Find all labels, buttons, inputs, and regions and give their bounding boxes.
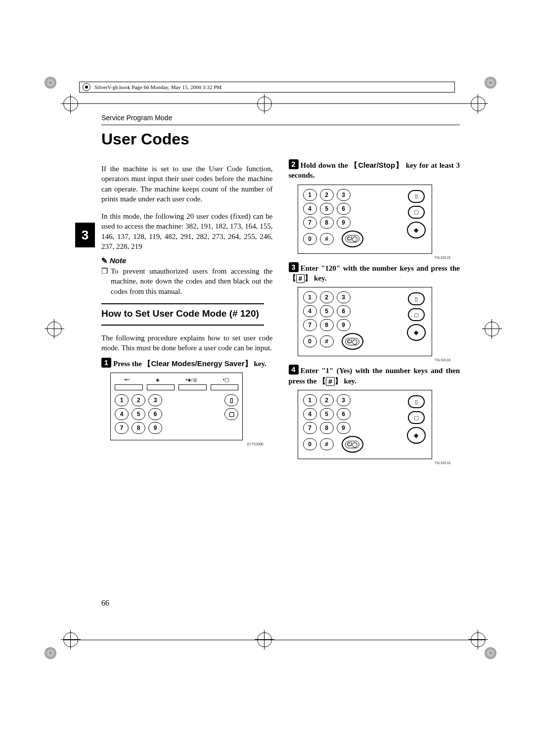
panel-button	[178, 384, 207, 390]
step-4: 4Enter "1" (Yes) with the number keys an…	[289, 365, 460, 386]
step-3: 3Enter "120" with the number keys and pr…	[289, 262, 460, 284]
keypad-2: 2	[320, 394, 334, 406]
note-text: To prevent unauthorized users from acces…	[111, 266, 273, 296]
side-button-icon: ▯	[408, 190, 425, 203]
chapter-tab: 3	[75, 223, 95, 247]
keypad-6: 6	[337, 408, 351, 420]
registration-mark-icon	[63, 96, 78, 111]
key-name: Clear Modes/Energy Saver	[151, 359, 244, 368]
keypad-4: 4	[303, 408, 317, 420]
keypad-hash: #	[320, 335, 334, 347]
keypad-6: 6	[337, 305, 351, 317]
note-heading: ✎Note	[101, 256, 273, 265]
keypad-5: 5	[320, 408, 334, 420]
keypad-hash: #	[320, 233, 334, 245]
keypad-3: 3	[337, 291, 351, 303]
intro-paragraph-2: In this mode, the following 20 user code…	[101, 211, 273, 251]
chapter-number: 3	[82, 228, 89, 243]
note-label: Note	[110, 256, 126, 265]
figure-label: TSLS011E	[289, 358, 451, 362]
step-number-icon: 3	[289, 262, 299, 272]
thick-rule	[101, 325, 264, 326]
registration-mark-icon	[257, 96, 272, 111]
keypad-4: 4	[115, 408, 129, 420]
figure-label: ZCTS200E	[101, 442, 264, 446]
step-text: key.	[342, 377, 356, 385]
step-number-icon: 1	[101, 358, 111, 368]
subsection-intro: The following procedure explains how to …	[101, 333, 273, 353]
pencil-icon: ✎	[101, 256, 108, 265]
hash-key-icon: #	[296, 274, 305, 283]
left-column: If the machine is set to use the User Co…	[101, 156, 273, 468]
keypad-figure: 1 2 3 4 5 6 7 8 9 0 # C/◯	[298, 390, 432, 459]
panel-button	[211, 384, 239, 390]
step-text: Press the	[113, 360, 143, 368]
registration-mark-icon	[485, 322, 499, 336]
note-item: ❒ To prevent unauthorized users from acc…	[101, 266, 273, 296]
indicator-icon: •▢	[223, 377, 229, 382]
keypad-1: 1	[115, 394, 129, 406]
keypad-5: 5	[320, 305, 334, 317]
keypad-7: 7	[303, 319, 317, 331]
indicator-icon: •⊢	[124, 377, 131, 382]
separator	[101, 125, 460, 125]
step-text: Enter "1" (Yes) with the number keys and…	[289, 367, 460, 384]
keypad-3: 3	[337, 189, 351, 201]
keypad-8: 8	[320, 319, 334, 331]
control-panel-figure: •⊢ ◈ •◈/◎ •▢ 1 2 3 ▯	[110, 373, 243, 440]
clear-stop-key: C/◯	[342, 436, 363, 453]
panel-button	[115, 384, 143, 390]
keypad-0: 0	[303, 233, 317, 245]
bullet-icon: ❒	[101, 266, 108, 296]
start-button-icon: ◈	[407, 222, 426, 238]
step-number-icon: 4	[289, 365, 299, 375]
clear-stop-key: C/◯	[342, 333, 363, 350]
side-button-icon: ▢	[408, 411, 425, 424]
crop-mark-icon	[44, 77, 64, 96]
keypad-hash: #	[320, 438, 334, 450]
step-2: 2Hold down the 【Clear/Stop】 key for at l…	[289, 159, 460, 181]
keypad-6: 6	[337, 203, 351, 215]
side-button-icon: ▢	[408, 308, 425, 321]
keypad-8: 8	[320, 422, 334, 434]
start-button-icon: ◈	[407, 427, 426, 444]
keypad-2: 2	[132, 394, 145, 406]
keypad-6: 6	[148, 408, 162, 420]
crop-mark-icon	[44, 647, 64, 667]
keypad-side: ▢	[224, 408, 238, 420]
side-button-icon: ▯	[408, 395, 425, 408]
key-name: Clear/Stop	[358, 161, 395, 169]
step-text: Enter "120" with the number keys and pre…	[301, 264, 460, 272]
keypad-figure: 1 2 3 4 5 6 7 8 9 0 # C/◯	[298, 287, 432, 356]
keypad-9: 9	[337, 319, 351, 331]
page-content: Service Program Mode User Codes If the m…	[101, 114, 460, 617]
page-number: 66	[101, 599, 109, 608]
thick-rule	[101, 303, 264, 304]
step-1: 1Press the 【Clear Modes/Energy Saver】 ke…	[101, 358, 273, 369]
keypad-0: 0	[303, 438, 317, 450]
registration-mark-icon	[47, 322, 62, 336]
keypad-5: 5	[320, 203, 334, 215]
keypad-3: 3	[148, 394, 162, 406]
section-label: Service Program Mode	[101, 114, 460, 122]
keypad-0: 0	[303, 335, 317, 347]
keypad-figure: 1 2 3 4 5 6 7 8 9 0 # C/◯	[298, 185, 432, 254]
subsection-heading: How to Set User Code Mode (# 120)	[101, 308, 273, 320]
right-column: 2Hold down the 【Clear/Stop】 key for at l…	[289, 156, 460, 468]
step-number-icon: 2	[289, 159, 299, 169]
keypad-7: 7	[115, 422, 129, 434]
intro-paragraph-1: If the machine is set to use the User Co…	[101, 164, 273, 204]
start-button-icon: ◈	[407, 324, 426, 341]
figure-label: TSLS011E	[289, 256, 451, 259]
crop-mark-icon	[485, 77, 504, 96]
side-button-icon: ▯	[408, 292, 425, 305]
keypad-8: 8	[132, 422, 145, 434]
panel-button	[147, 384, 175, 390]
crop-mark-icon	[485, 647, 504, 667]
crop-line	[63, 640, 486, 640]
crop-line	[63, 103, 486, 104]
registration-mark-icon	[471, 96, 486, 111]
keypad-4: 4	[303, 305, 317, 317]
keypad-2: 2	[320, 291, 334, 303]
keypad-3: 3	[337, 394, 351, 406]
